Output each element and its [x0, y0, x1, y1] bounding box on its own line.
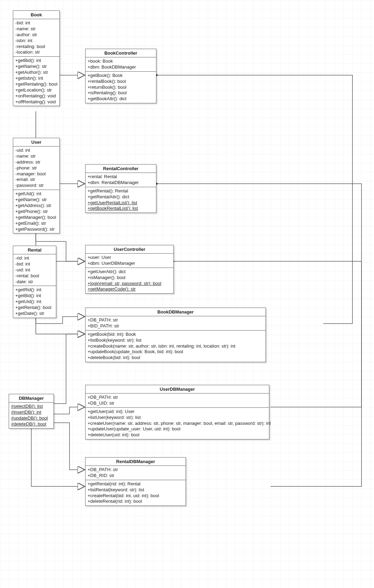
class-rental: Rental -rid: int -bid: int -uid: int -re… [13, 246, 56, 318]
class-title: RentalDBManager [86, 458, 186, 466]
attrs: -bid: int -name: str -author: str -isbn:… [13, 19, 59, 57]
class-rentalcontroller: RentalController +rental: Rental +dbm: R… [85, 164, 156, 213]
class-user: User -uid: int -name: str -address: str … [13, 138, 60, 233]
class-title: DBManager [9, 394, 54, 403]
class-title: UserController [86, 245, 173, 254]
class-title: RentalController [86, 165, 156, 173]
class-title: User [13, 138, 59, 146]
class-rentaldbmanager: RentalDBManager +DB_PATH: str +DB_RID: s… [85, 457, 186, 506]
ops: +getBid(): int +getName(): str +getAutho… [13, 57, 59, 106]
class-bookcontroller: BookController +book: Book +dbm: BookDBM… [85, 49, 156, 103]
class-usercontroller: UserController +user: User +dbm: UserDBM… [85, 245, 174, 294]
class-title: BookController [86, 49, 156, 57]
class-book: Book -bid: int -name: str -author: str -… [13, 10, 60, 106]
class-userdbmanager: UserDBManager +DB_PATH: str +DB_UID: str… [85, 385, 269, 439]
class-title: BookDBManager [86, 308, 266, 316]
class-dbmanager: DBManager #selectDB(): list #insertDB():… [9, 394, 54, 429]
class-title: Book [13, 11, 59, 19]
class-title: Rental [13, 246, 56, 254]
class-bookdbmanager: BookDBManager +DB_PATH: str +BID_PATH: s… [85, 308, 266, 362]
class-title: UserDBManager [86, 385, 269, 394]
